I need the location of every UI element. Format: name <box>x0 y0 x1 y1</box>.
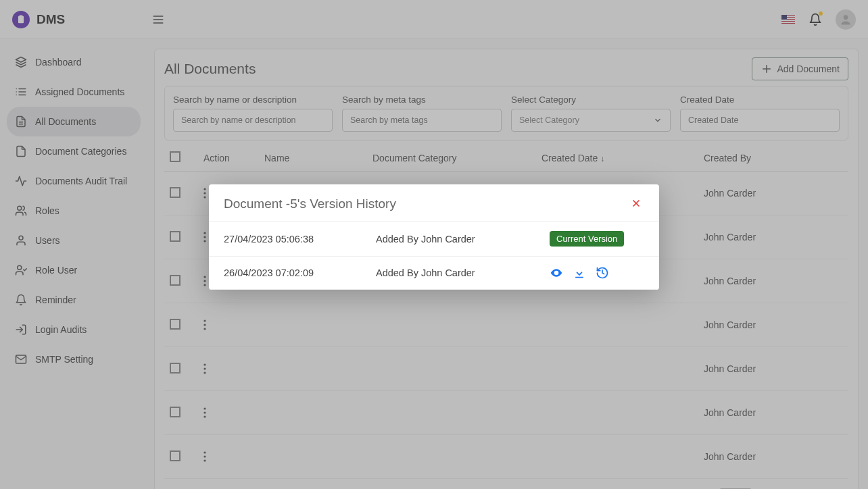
version-date: 26/04/2023 07:02:09 <box>224 267 376 278</box>
close-icon <box>631 198 642 209</box>
restore-version-button[interactable] <box>596 266 609 280</box>
svg-point-45 <box>555 272 557 274</box>
version-row: 26/04/2023 07:02:09 Added By John Carder <box>209 257 659 290</box>
download-version-button[interactable] <box>573 266 586 280</box>
modal-overlay[interactable]: Document -5's Version History 27/04/2023… <box>0 0 868 489</box>
version-added-by: Added By John Carder <box>376 234 550 244</box>
dialog-title: Document -5's Version History <box>224 197 396 211</box>
dialog-close-button[interactable] <box>628 197 644 210</box>
current-version-badge: Current Version <box>550 231 624 247</box>
version-added-by: Added By John Carder <box>376 267 550 278</box>
view-version-button[interactable] <box>550 266 563 280</box>
version-history-dialog: Document -5's Version History 27/04/2023… <box>209 184 659 290</box>
version-date: 27/04/2023 05:06:38 <box>224 234 376 244</box>
version-row: 27/04/2023 05:06:38 Added By John Carder… <box>209 222 659 257</box>
